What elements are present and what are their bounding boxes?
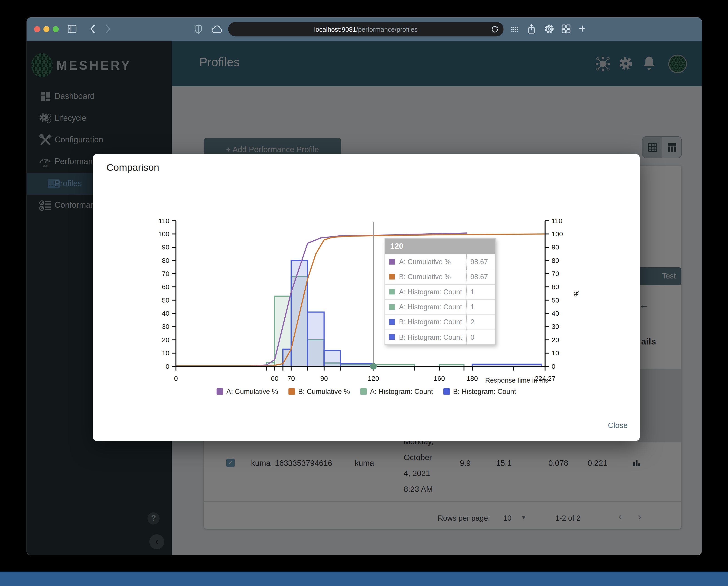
- desktop-wallpaper: [0, 572, 728, 586]
- close-button[interactable]: Close: [608, 421, 628, 430]
- svg-text:0: 0: [165, 363, 170, 370]
- chart-legend: A: Cumulative %B: Cumulative %A: Histogr…: [93, 387, 640, 395]
- tooltip-swatch: [389, 319, 395, 325]
- shield-icon[interactable]: [194, 24, 203, 34]
- sidebar-toggle-icon[interactable]: [68, 25, 76, 33]
- x-axis-label: Response time in ms: [485, 377, 548, 384]
- legend-item[interactable]: B: Cumulative %: [288, 387, 350, 395]
- svg-text:180: 180: [467, 375, 478, 382]
- browser-toolbar: localhost:9081/performance/profiles: [27, 17, 702, 42]
- legend-item[interactable]: A: Histogram: Count: [360, 387, 433, 395]
- svg-text:40: 40: [162, 310, 170, 317]
- svg-text:90: 90: [551, 243, 559, 251]
- tooltip-label: A: Histogram: Count: [399, 288, 466, 296]
- svg-text:160: 160: [434, 375, 445, 382]
- svg-text:50: 50: [551, 296, 559, 304]
- svg-text:90: 90: [320, 375, 328, 382]
- tooltip-value: 0: [466, 330, 495, 344]
- svg-text:30: 30: [162, 323, 170, 330]
- legend-item[interactable]: B: Histogram: Count: [443, 387, 516, 395]
- svg-text:0: 0: [551, 363, 555, 370]
- svg-text:30: 30: [551, 323, 559, 330]
- back-icon[interactable]: [89, 24, 96, 34]
- legend-label: A: Cumulative %: [226, 387, 278, 395]
- legend-swatch: [288, 388, 295, 395]
- svg-text:10: 10: [162, 349, 170, 357]
- legend-item[interactable]: A: Cumulative %: [216, 387, 278, 395]
- svg-text:100: 100: [551, 230, 563, 238]
- svg-text:0: 0: [174, 375, 178, 382]
- tooltip-swatch: [389, 304, 395, 310]
- tooltip-swatch: [389, 259, 395, 264]
- svg-text:70: 70: [162, 270, 170, 277]
- svg-text:20: 20: [551, 336, 559, 344]
- tooltip-value: 1: [466, 284, 495, 299]
- svg-text:110: 110: [158, 217, 170, 224]
- url-host: localhost:9081: [314, 25, 356, 33]
- chart-tooltip: 120 A: Cumulative %98.67B: Cumulative %9…: [385, 238, 496, 345]
- tooltip-swatch: [389, 289, 395, 295]
- tooltip-label: B: Histogram: Count: [399, 318, 466, 326]
- tooltip-row: A: Histogram: Count1: [385, 299, 495, 314]
- y-right-axis-label: %: [573, 291, 580, 297]
- tooltip-label: B: Histogram: Count: [399, 333, 466, 341]
- minimize-window-button[interactable]: [43, 26, 49, 32]
- tab-overview-icon[interactable]: [561, 24, 571, 33]
- tooltip-value: 98.67: [466, 269, 495, 284]
- svg-text:60: 60: [271, 375, 279, 382]
- tooltip-title: 120: [385, 238, 495, 254]
- legend-label: A: Histogram: Count: [370, 387, 433, 395]
- svg-text:10: 10: [551, 349, 559, 357]
- close-window-button[interactable]: [34, 26, 40, 32]
- zoom-window-button[interactable]: [53, 26, 59, 32]
- histogram-bar: [308, 312, 324, 366]
- tooltip-label: A: Cumulative %: [399, 258, 466, 266]
- tooltip-row: B: Histogram: Count2: [385, 314, 495, 329]
- legend-label: B: Histogram: Count: [453, 387, 516, 395]
- tooltip-label: A: Histogram: Count: [399, 303, 466, 311]
- tooltip-row: A: Histogram: Count1: [385, 284, 495, 299]
- svg-text:90: 90: [162, 243, 170, 251]
- svg-text:70: 70: [287, 375, 295, 382]
- cloud-icon[interactable]: [211, 25, 223, 33]
- legend-label: B: Cumulative %: [298, 387, 350, 395]
- svg-text:60: 60: [162, 283, 170, 291]
- tooltip-swatch: [389, 334, 395, 340]
- url-bar[interactable]: localhost:9081/performance/profiles: [228, 22, 503, 36]
- new-tab-icon[interactable]: +: [579, 22, 586, 36]
- tooltip-row: B: Histogram: Count0: [385, 329, 495, 344]
- legend-swatch: [216, 388, 223, 395]
- crosshair-dot: [370, 363, 377, 370]
- legend-swatch: [443, 388, 450, 395]
- tooltip-value: 2: [466, 315, 495, 329]
- svg-text:20: 20: [162, 336, 170, 344]
- settings-gear-icon[interactable]: [544, 24, 554, 34]
- tooltip-value: 1: [466, 299, 495, 314]
- comparison-modal: Comparison 00101020203030404050506060707…: [93, 154, 640, 441]
- svg-text:80: 80: [162, 257, 170, 264]
- svg-text:40: 40: [551, 310, 559, 317]
- histogram-bar: [324, 350, 341, 366]
- screen: localhost:9081/performance/profiles: [0, 0, 728, 586]
- share-icon[interactable]: [527, 23, 536, 34]
- tooltip-value: 98.67: [466, 254, 495, 269]
- reload-icon[interactable]: [491, 25, 499, 33]
- svg-text:50: 50: [162, 296, 170, 304]
- tooltip-swatch: [389, 274, 395, 279]
- tooltip-label: B: Cumulative %: [399, 273, 466, 281]
- svg-text:80: 80: [551, 257, 559, 264]
- svg-text:110: 110: [551, 217, 563, 224]
- svg-text:70: 70: [551, 270, 559, 277]
- forward-icon[interactable]: [105, 24, 111, 34]
- comparison-chart: 0010102020303040405050606070708080909010…: [93, 154, 640, 441]
- svg-text:120: 120: [368, 375, 379, 382]
- legend-swatch: [360, 388, 367, 395]
- url-path: /performance/profiles: [356, 25, 418, 33]
- svg-text:60: 60: [551, 283, 559, 291]
- extensions-grid-icon[interactable]: [511, 27, 518, 32]
- svg-text:100: 100: [158, 230, 170, 238]
- tooltip-row: A: Cumulative %98.67: [385, 254, 495, 269]
- tooltip-row: B: Cumulative %98.67: [385, 269, 495, 284]
